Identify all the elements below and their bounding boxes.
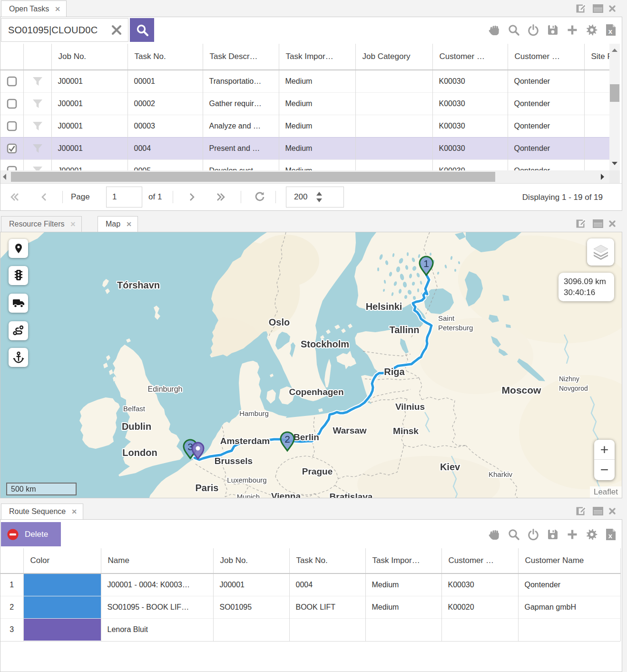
svg-text:Tallinn: Tallinn <box>390 325 420 335</box>
svg-text:Nizhny: Nizhny <box>559 375 579 383</box>
svg-text:x: x <box>608 27 613 35</box>
svg-text:Amsterdam: Amsterdam <box>220 436 270 446</box>
svg-text:Novgorod: Novgorod <box>559 385 588 392</box>
svg-text:1: 1 <box>423 258 429 269</box>
svg-text:Vilnius: Vilnius <box>395 402 425 412</box>
svg-text:Saint: Saint <box>438 314 455 322</box>
svg-text:Prague: Prague <box>302 466 333 476</box>
svg-text:Belfast: Belfast <box>123 405 146 413</box>
svg-text:Hamburg: Hamburg <box>239 409 269 417</box>
svg-text:Kiev: Kiev <box>440 462 460 472</box>
svg-text:Oslo: Oslo <box>269 317 290 327</box>
svg-text:Riga: Riga <box>384 366 405 377</box>
svg-text:2: 2 <box>284 434 290 445</box>
svg-text:Paris: Paris <box>196 483 219 493</box>
svg-text:Munich: Munich <box>237 493 260 498</box>
svg-text:Minsk: Minsk <box>393 426 419 436</box>
svg-text:Vienna: Vienna <box>271 491 301 498</box>
svg-text:Edinburgh: Edinburgh <box>148 385 183 393</box>
svg-text:Dublin: Dublin <box>122 421 151 432</box>
svg-text:Petersburg: Petersburg <box>438 324 473 332</box>
svg-text:Warsaw: Warsaw <box>333 425 366 435</box>
svg-text:Moscow: Moscow <box>502 385 542 395</box>
svg-text:Copenhagen: Copenhagen <box>289 387 343 397</box>
svg-text:Kharkiv: Kharkiv <box>489 470 513 478</box>
svg-text:Stockholm: Stockholm <box>301 339 349 349</box>
svg-text:x: x <box>608 532 613 540</box>
svg-text:Brussels: Brussels <box>215 456 253 466</box>
svg-text:Berlin: Berlin <box>294 432 319 442</box>
svg-text:Tórshavn: Tórshavn <box>117 280 160 290</box>
svg-text:Bratislava: Bratislava <box>330 492 373 498</box>
svg-text:Luxembourg: Luxembourg <box>227 476 266 484</box>
svg-text:London: London <box>122 447 157 458</box>
svg-text:Helsinki: Helsinki <box>366 301 402 312</box>
